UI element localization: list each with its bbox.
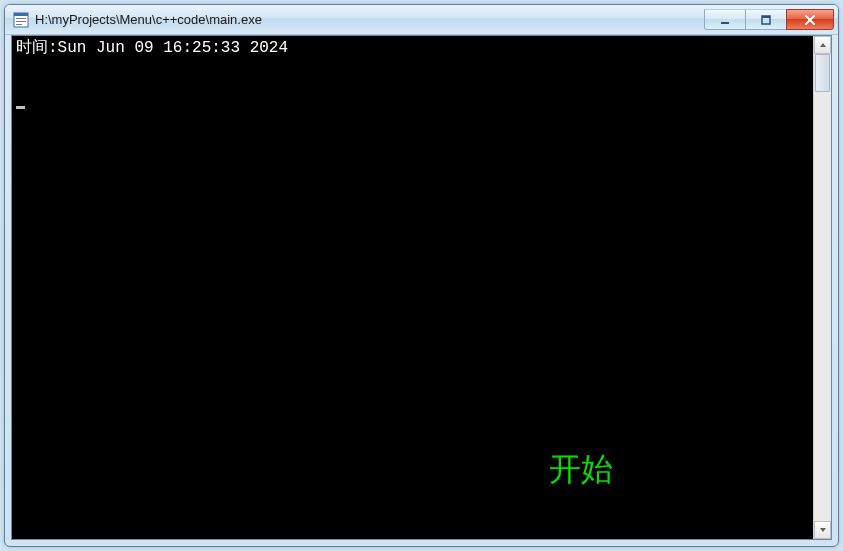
svg-rect-4 [16, 24, 22, 25]
svg-rect-7 [762, 16, 770, 18]
minimize-button[interactable] [704, 9, 746, 30]
window-controls [705, 9, 834, 30]
svg-rect-2 [16, 18, 26, 19]
maximize-button[interactable] [745, 9, 787, 30]
time-line: 时间:Sun Jun 09 16:25:33 2024 [16, 38, 809, 58]
start-label: 开始 [549, 459, 613, 479]
app-icon [13, 12, 29, 28]
app-window: H:\myProjects\Menu\c++code\main.exe 时间:S… [4, 4, 839, 547]
titlebar[interactable]: H:\myProjects\Menu\c++code\main.exe [5, 5, 838, 35]
client-area: 时间:Sun Jun 09 16:25:33 2024 开始 [11, 35, 832, 540]
console-output[interactable]: 时间:Sun Jun 09 16:25:33 2024 开始 [12, 36, 813, 539]
scroll-track[interactable] [814, 54, 831, 521]
window-title: H:\myProjects\Menu\c++code\main.exe [35, 12, 705, 27]
svg-rect-5 [721, 22, 729, 24]
svg-rect-1 [14, 13, 28, 16]
scroll-down-button[interactable] [814, 521, 831, 539]
vertical-scrollbar[interactable] [813, 36, 831, 539]
text-cursor [16, 106, 25, 109]
scroll-thumb[interactable] [815, 54, 830, 92]
time-label: 时间: [16, 39, 58, 57]
scroll-up-button[interactable] [814, 36, 831, 54]
time-value: Sun Jun 09 16:25:33 2024 [58, 39, 288, 57]
close-button[interactable] [786, 9, 834, 30]
svg-rect-3 [16, 21, 26, 22]
